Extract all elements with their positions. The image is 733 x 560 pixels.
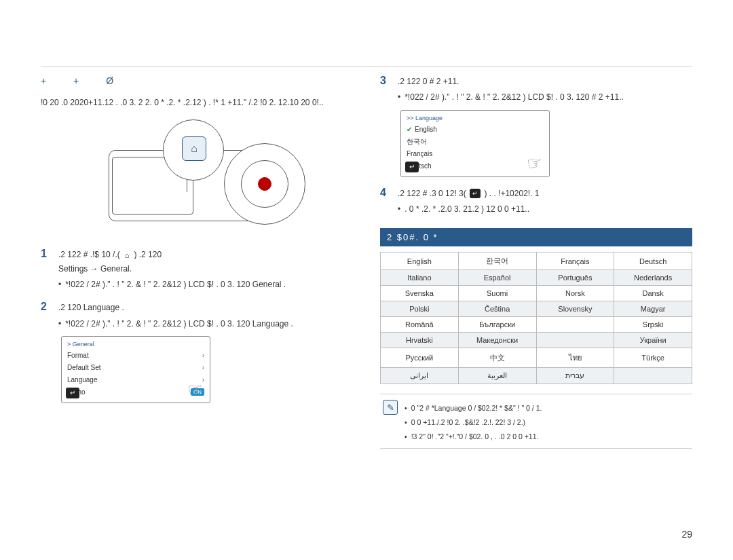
lcd-row-default: Default Set› xyxy=(67,362,204,374)
step-3-text: .2 122 0 # 2 +11. xyxy=(398,77,459,86)
lcd-general-crumb: > General xyxy=(67,341,204,348)
language-cell: Deutsch xyxy=(614,253,692,270)
note-3: !3 2" 0! ."2 "+!."0 / $02. 0 , . .0 2 0 … xyxy=(411,431,539,443)
language-cell xyxy=(536,317,614,333)
language-cell: Türkçe xyxy=(614,348,692,368)
step-1-text-b: ) .2 120 xyxy=(134,250,162,259)
table-row: ایرانیالعربيةעברית xyxy=(381,368,692,384)
lcd-language-screenshot: >> Language ✔English 한국어 Français Deutsc… xyxy=(400,110,550,177)
step-2: 2 .2 120 Language . *!022 / 2# )." . ! "… xyxy=(41,301,353,331)
note-block: ✎ 0 "2 # *Language 0 / $02.2! * $&" ! " … xyxy=(380,394,692,448)
language-cell xyxy=(536,333,614,348)
chevron-right-icon: › xyxy=(202,364,204,371)
intro-paragraph: !0 20 .0 2020+11.12 . .0 3. 2 2. 0 * .2.… xyxy=(41,96,353,109)
page-number: 29 xyxy=(681,529,692,540)
lcd-lang-1: 한국어 xyxy=(407,136,544,148)
language-cell: Русский xyxy=(381,348,459,368)
language-cell: English xyxy=(381,253,459,270)
lcd-lang-english: ✔English xyxy=(407,124,544,136)
language-cell: ایرانی xyxy=(381,368,459,384)
language-cell: Magyar xyxy=(614,301,692,317)
lcd-lang-3: Deutsch xyxy=(407,160,544,172)
table-row: ItalianoEspañolPortuguêsNederlands xyxy=(381,270,692,286)
table-row: English한국어FrançaisDeutsch xyxy=(381,253,692,270)
step-1-settings: Settings xyxy=(58,264,88,274)
language-options-table: English한국어FrançaisDeutschItalianoEspañol… xyxy=(380,252,692,384)
language-cell: Dansk xyxy=(614,286,692,301)
language-cell: Svenska xyxy=(381,286,459,301)
language-cell: Македонски xyxy=(458,333,536,348)
chevron-right-icon: › xyxy=(202,376,204,384)
top-rule xyxy=(41,67,692,67)
language-cell: Français xyxy=(536,253,614,270)
language-cell: Slovensky xyxy=(536,301,614,317)
step-3-bullet: *!022 / 2# )." . ! " 2. & ! " 2. 2&12 ) … xyxy=(398,91,692,104)
back-icon: ↵ xyxy=(405,162,419,172)
back-icon: ↵ xyxy=(66,388,79,398)
language-cell: עברית xyxy=(536,368,614,384)
section-title: + + Ø xyxy=(41,75,353,87)
title-glyphs: + + Ø xyxy=(41,75,126,86)
table-row: RomânăБългарскиSrpski xyxy=(381,317,692,333)
language-cell: العربية xyxy=(458,368,536,384)
language-cell: України xyxy=(614,333,692,348)
table-row: SvenskaSuomiNorskDansk xyxy=(381,286,692,301)
lcd-lang-2: Français xyxy=(407,148,544,160)
step-3-number: 3 xyxy=(380,75,391,87)
step-4-bullet: . 0 * .2. * .2.0 3. 21.2 ) 12 0 0 +11.. xyxy=(398,203,692,216)
lcd-row-demo: DemoON xyxy=(67,386,204,398)
step-1-bullet: *!022 / 2# )." . ! " 2. & ! " 2. 2&12 ) … xyxy=(58,278,353,291)
language-cell: 中文 xyxy=(458,348,536,368)
step-2-bullet: *!022 / 2# )." . ! " 2. & ! " 2. 2&12 ) … xyxy=(58,318,353,331)
language-cell: Srpski xyxy=(614,317,692,333)
language-cell: ไทย xyxy=(536,348,614,368)
lcd-row-format: Format› xyxy=(67,350,204,362)
language-cell: Português xyxy=(536,270,614,286)
language-cell: Čeština xyxy=(458,301,536,317)
submenu-heading: 2 $0#. 0 * xyxy=(380,228,692,246)
language-cell: Suomi xyxy=(458,286,536,301)
language-cell: Hrvatski xyxy=(381,333,459,348)
language-cell xyxy=(614,368,692,384)
callout-home-button: ⌂ xyxy=(182,136,206,161)
table-row: PolskiČeštinaSlovenskyMagyar xyxy=(381,301,692,317)
check-icon: ✔ xyxy=(407,126,412,133)
step-4: 4 .2 122 # .3 0 12! 3( ↵ ) . . !+10202!.… xyxy=(380,187,692,217)
chevron-right-icon: › xyxy=(202,352,204,359)
step-1-text-a: .2 122 # .!$ 10 /.( xyxy=(58,250,120,259)
language-cell: Italiano xyxy=(381,270,459,286)
inline-home-icon: ⌂ xyxy=(122,250,132,260)
left-column: + + Ø !0 20 .0 2020+11.12 . .0 3. 2 2. 0… xyxy=(41,75,353,449)
note-2: 0 0 +11./.2 !0 2. .$&!2 .2.!. 22! 3 / 2.… xyxy=(411,417,525,428)
lcd-row-language: Language› xyxy=(67,374,204,386)
step-1-number: 1 xyxy=(41,248,52,260)
language-cell: 한국어 xyxy=(458,253,536,270)
table-row: HrvatskiМакедонскиУкраїни xyxy=(381,333,692,348)
step-2-number: 2 xyxy=(41,301,52,313)
step-3: 3 .2 122 0 # 2 +11. *!022 / 2# )." . ! "… xyxy=(380,75,692,105)
language-cell: Nederlands xyxy=(614,270,692,286)
note-1: 0 "2 # *Language 0 / $02.2! * $&" ! " 0 … xyxy=(411,403,542,414)
home-icon: ⌂ xyxy=(191,143,198,155)
note-list: 0 "2 # *Language 0 / $02.2! * $&" ! " 0 … xyxy=(405,400,542,442)
language-cell: Română xyxy=(381,317,459,333)
language-cell: Norsk xyxy=(536,286,614,301)
step-4-number: 4 xyxy=(380,187,391,199)
step-4-text-b: ) . . !+10202!. 1 xyxy=(484,189,539,198)
step-4-text-a: .2 122 # .3 0 12! 3( xyxy=(398,189,466,198)
language-cell: Español xyxy=(458,270,536,286)
step-2-text: .2 120 Language . xyxy=(58,303,124,312)
language-cell: Български xyxy=(458,317,536,333)
lcd-lang-crumb: >> Language xyxy=(407,115,544,122)
note-icon: ✎ xyxy=(383,400,398,415)
step-1-general: General xyxy=(100,264,130,274)
inline-back-icon: ↵ xyxy=(470,189,481,198)
table-row: Русский中文ไทยTürkçe xyxy=(381,348,692,368)
right-column: 3 .2 122 0 # 2 +11. *!022 / 2# )." . ! "… xyxy=(380,75,692,449)
lcd-general-screenshot: > General Format› Default Set› Language›… xyxy=(61,336,210,403)
language-cell: Polski xyxy=(381,301,459,317)
camcorder-illustration: ⌂ xyxy=(68,116,326,238)
step-1-arrow: → xyxy=(90,264,100,274)
step-1: 1 .2 122 # .!$ 10 /.( ⌂ ) .2 120 Setting… xyxy=(41,248,353,291)
